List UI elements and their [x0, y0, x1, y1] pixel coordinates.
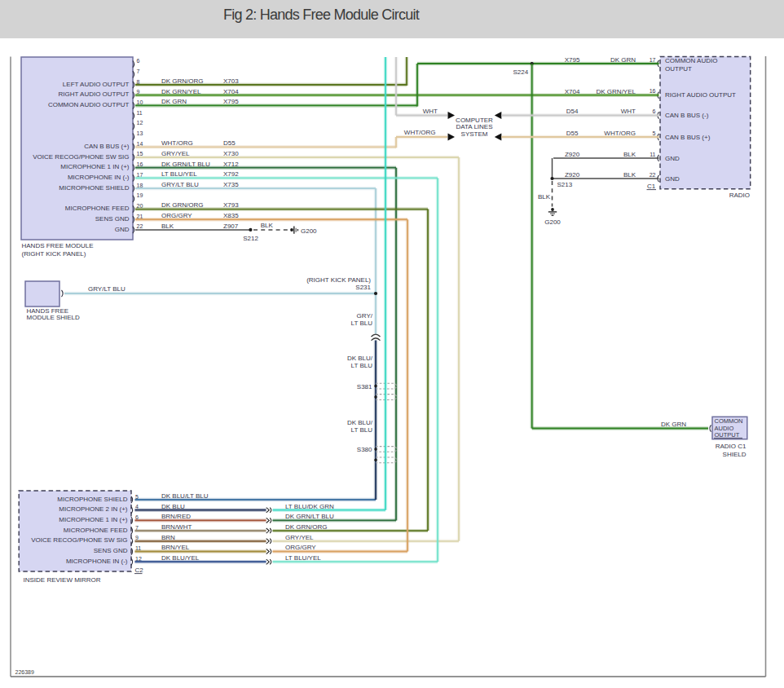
svg-text:12: 12 — [137, 120, 143, 126]
svg-text:CAN B BUS (+): CAN B BUS (+) — [665, 134, 711, 141]
svg-text:6: 6 — [137, 58, 140, 64]
svg-text:MICROPHONE SHIELD: MICROPHONE SHIELD — [57, 496, 127, 503]
svg-text:LT BLU: LT BLU — [351, 426, 373, 434]
svg-text:COMMON AUDIO: COMMON AUDIO — [665, 57, 717, 64]
svg-text:6: 6 — [653, 108, 656, 114]
svg-text:LT BLU: LT BLU — [351, 320, 373, 327]
svg-text:VOICE RECOG/PHONE SW SIG: VOICE RECOG/PHONE SW SIG — [31, 536, 127, 544]
svg-text:RIGHT AUDIO OUTPUT: RIGHT AUDIO OUTPUT — [59, 90, 130, 98]
svg-text:DK BLU/: DK BLU/ — [347, 355, 373, 362]
svg-text:MICROPHONE 1 IN (+): MICROPHONE 1 IN (+) — [60, 163, 130, 170]
svg-text:Z920: Z920 — [565, 171, 580, 179]
svg-text:LT BLU: LT BLU — [351, 362, 373, 369]
svg-text:MICROPHONE 1 IN (+): MICROPHONE 1 IN (+) — [59, 516, 128, 523]
svg-text:GRY/: GRY/ — [357, 312, 373, 320]
svg-text:GND: GND — [115, 226, 130, 233]
svg-text:Z907: Z907 — [223, 223, 239, 230]
svg-text:WHT: WHT — [423, 108, 438, 115]
svg-text:BLK: BLK — [623, 151, 636, 158]
svg-text:GND: GND — [665, 175, 680, 183]
svg-text:GND: GND — [665, 155, 680, 162]
svg-text:Z920: Z920 — [565, 151, 580, 158]
svg-text:(RIGHT KICK PANEL): (RIGHT KICK PANEL) — [306, 276, 371, 284]
svg-text:7: 7 — [137, 68, 140, 74]
svg-text:LEFT AUDIO OUTPUT: LEFT AUDIO OUTPUT — [63, 81, 130, 88]
svg-text:RADIO C1: RADIO C1 — [716, 443, 747, 450]
svg-text:SHIELD: SHIELD — [723, 451, 747, 458]
svg-text:CAN B BUS (+): CAN B BUS (+) — [84, 143, 130, 150]
svg-text:C1: C1 — [647, 183, 656, 190]
svg-text:11: 11 — [137, 110, 143, 116]
svg-text:WHT/ORG: WHT/ORG — [404, 129, 436, 136]
svg-text:MICROPHONE SHIELD: MICROPHONE SHIELD — [59, 184, 129, 192]
svg-text:INSIDE REVIEW MIRROR: INSIDE REVIEW MIRROR — [24, 576, 101, 584]
svg-text:SYSTEM: SYSTEM — [461, 130, 488, 138]
svg-text:22: 22 — [137, 223, 143, 229]
svg-text:CAN B BUS (-): CAN B BUS (-) — [665, 112, 709, 119]
svg-text:DK BLU/: DK BLU/ — [347, 419, 373, 426]
svg-text:22: 22 — [650, 172, 656, 178]
svg-text:17: 17 — [650, 57, 656, 63]
svg-text:5: 5 — [653, 130, 656, 136]
svg-text:SENS GND: SENS GND — [95, 215, 130, 223]
svg-text:MODULE SHIELD: MODULE SHIELD — [27, 314, 81, 321]
svg-text:G200: G200 — [544, 218, 561, 226]
svg-text:S212: S212 — [243, 235, 258, 242]
svg-text:S380: S380 — [357, 446, 372, 453]
svg-text:BLK: BLK — [261, 222, 274, 229]
svg-text:SENS GND: SENS GND — [94, 547, 128, 554]
svg-text:S213: S213 — [557, 181, 573, 188]
svg-text:C2: C2 — [135, 567, 144, 574]
svg-text:MICROPHONE FEED: MICROPHONE FEED — [64, 527, 128, 534]
svg-text:16: 16 — [650, 88, 656, 94]
svg-text:S381: S381 — [357, 383, 372, 390]
svg-text:RIGHT AUDIO OUTPUT: RIGHT AUDIO OUTPUT — [665, 91, 736, 99]
svg-text:S224: S224 — [513, 68, 529, 76]
svg-text:RADIO: RADIO — [729, 192, 750, 199]
svg-text:DK GRN: DK GRN — [661, 421, 686, 428]
svg-text:13: 13 — [137, 130, 143, 136]
svg-text:11: 11 — [650, 152, 655, 157]
svg-text:MICROPHONE IN (-): MICROPHONE IN (-) — [68, 174, 130, 181]
svg-text:19: 19 — [137, 192, 143, 198]
svg-text:MICROPHONE 2 IN (+): MICROPHONE 2 IN (+) — [59, 505, 128, 513]
svg-text:Fig 2: Hands Free Module Circu: Fig 2: Hands Free Module Circuit — [223, 7, 420, 23]
svg-text:GRY/LT BLU: GRY/LT BLU — [88, 285, 126, 293]
svg-text:VOICE RECOG/PHONE SW SIG: VOICE RECOG/PHONE SW SIG — [33, 153, 129, 161]
svg-text:(RIGHT KICK PANEL): (RIGHT KICK PANEL) — [22, 250, 86, 258]
svg-text:OUTPUT: OUTPUT — [715, 431, 740, 439]
svg-text:226389: 226389 — [15, 669, 34, 675]
svg-text:HANDS FREE MODULE: HANDS FREE MODULE — [22, 242, 94, 249]
svg-text:OUTPUT: OUTPUT — [665, 65, 692, 73]
svg-text:S231: S231 — [355, 284, 371, 291]
svg-text:COMMON AUDIO OUTPUT: COMMON AUDIO OUTPUT — [48, 101, 130, 108]
svg-text:MICROPHONE IN (-): MICROPHONE IN (-) — [66, 558, 128, 565]
svg-text:G200: G200 — [301, 227, 317, 235]
svg-text:MICROPHONE FEED: MICROPHONE FEED — [65, 205, 130, 212]
svg-text:BLK: BLK — [161, 223, 174, 230]
svg-text:BLK: BLK — [538, 193, 551, 201]
svg-text:BLK: BLK — [623, 171, 636, 179]
